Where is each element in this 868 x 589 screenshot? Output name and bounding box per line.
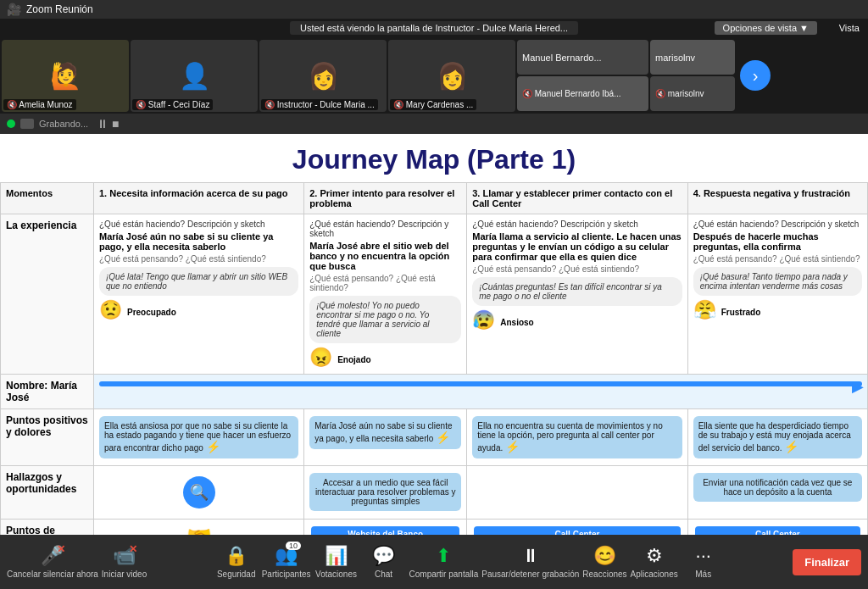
col-header-label: Momentos <box>1 183 94 214</box>
start-video-button[interactable]: 📹 ✕ Iniciar video <box>102 545 147 579</box>
puntos-col2: María José aún no sabe si su cliente ya … <box>304 409 467 466</box>
apps-label: Aplicaciones <box>631 570 678 579</box>
hallazgos-col4: Enviar una notificación cada vez que se … <box>687 466 867 520</box>
votaciones-icon: 📊 <box>325 545 348 567</box>
recording-pause-button[interactable]: ⏸ ■ <box>97 117 119 131</box>
puntos-pain-col3: Ella no encuentra su cuenta de movimient… <box>472 416 682 458</box>
contacto-box-col3: Call Center <box>474 526 680 535</box>
chat-button[interactable]: 💬 Chat <box>362 545 406 579</box>
experiencia-col2: ¿Qué están haciendo? Descripción y sketc… <box>304 214 467 375</box>
col2-emoji: 😠 <box>309 347 332 369</box>
more-button[interactable]: ··· Más <box>682 545 726 579</box>
row-experiencia: La experiencia ¿Qué están haciendo? Desc… <box>1 214 868 375</box>
handshake-icon: 🤝 <box>99 525 298 535</box>
participants-button[interactable]: 👥 10 Participantes <box>262 545 311 579</box>
apps-icon: ⚙ <box>646 545 663 567</box>
puntos-label: Puntos positivos y dolores <box>1 409 94 466</box>
vista-label: Vista <box>839 23 860 33</box>
votaciones-label: Votaciones <box>315 570 357 579</box>
row-nombre: Nombre: María José ▶ <box>1 375 868 409</box>
col3-emotion-label: Ansioso <box>500 318 533 327</box>
more-label: Más <box>695 570 711 579</box>
search-icon-circle: 🔍 <box>183 476 215 508</box>
participant-amelia[interactable]: 🙋 🔇 Amelia Munoz <box>2 40 129 112</box>
hallazgos-opportunity-col2: Accesar a un medio que sea fácil interac… <box>309 473 461 511</box>
journey-title: Journey Map (Parte 1) <box>0 134 868 182</box>
nombre-arrow-row: ▶ <box>94 375 868 409</box>
participant-manuel-bottom[interactable]: 🔇 Manuel Bernardo Ibá... <box>517 76 648 111</box>
col1-emotion-row: 😟 Preocupado <box>99 299 298 321</box>
finalize-button[interactable]: Finalizar <box>793 549 861 575</box>
pause-recording-button[interactable]: ⏸ Pausar/detener grabación <box>481 545 579 579</box>
col4-desc: ¿Qué están haciendo? Descripción y sketc… <box>693 219 862 229</box>
reactions-label: Reacciones <box>582 570 626 579</box>
puntos-col1-text: Ella está ansiosa por que no sabe si su … <box>104 421 291 453</box>
col3-bold: María llama a servicio al cliente. Le ha… <box>472 231 682 262</box>
puntos-col2-text: María José aún no sabe si su cliente ya … <box>314 421 452 443</box>
cancel-mute-button[interactable]: 🎤 ✕ Cancelar silenciar ahora <box>7 545 98 579</box>
experiencia-col4: ¿Qué están haciendo? Descripción y sketc… <box>687 214 867 375</box>
nombre-label: Nombre: María José <box>1 375 94 409</box>
col1-emotion-label: Preocupado <box>127 308 176 317</box>
col-header-2: 2. Primer intento para resolver el probl… <box>304 183 467 214</box>
recording-camera-icon <box>20 119 34 129</box>
col-header-3: 3. Llamar y establecer primer contacto c… <box>467 183 687 214</box>
toolbar-center: 🔒 Seguridad 👥 10 Participantes 📊 Votacio… <box>214 545 726 579</box>
col3-emoji: 😰 <box>472 309 495 331</box>
view-options-button[interactable]: Opciones de vista ▼ <box>715 21 817 35</box>
puntos-pain-col1: Ella está ansiosa por que no sabe si su … <box>99 416 298 458</box>
journey-table: Momentos 1. Necesita información acerca … <box>0 182 868 535</box>
puntos-pain-col4: Ella siente que ha desperdiciado tiempo … <box>693 416 862 458</box>
col1-emoji: 😟 <box>99 299 122 321</box>
col2-emotion-row: 😠 Enojado <box>309 347 461 369</box>
recording-indicator <box>7 119 15 128</box>
chat-label: Chat <box>375 570 392 579</box>
col4-emotion-row: 😤 Frustrado <box>693 299 862 321</box>
toolbar-right: Finalizar <box>793 549 861 575</box>
contacto-col2: Website del Banco <box>304 520 467 536</box>
reactions-icon: 😊 <box>593 545 616 567</box>
puntos-col4: Ella siente que ha desperdiciado tiempo … <box>687 409 867 466</box>
lightning-icon4: ⚡ <box>784 440 798 453</box>
participant-marisol-top[interactable]: marisolnv <box>650 40 735 75</box>
contacto-col4: Call Center <box>687 520 867 536</box>
title-bar: 🎥 Zoom Reunión <box>0 0 868 19</box>
participant-dulce[interactable]: 👩 🔇 Instructor - Dulce Maria ... <box>259 40 387 112</box>
lightning-icon: ⚡ <box>206 440 220 453</box>
pause-recording-icon: ⏸ <box>521 545 540 567</box>
col3-thought: ¡Cuántas preguntas! Es tan difícil encon… <box>472 277 682 306</box>
col2-emotion-label: Enojado <box>337 355 370 364</box>
col1-bold: María José aún no sabe si su cliente ya … <box>99 231 298 252</box>
participant-name: 🔇 Mary Cardenas ... <box>390 99 476 110</box>
participants-label: Participantes <box>262 570 311 579</box>
col2-thinking: ¿Qué está pensando? ¿Qué está sintiendo? <box>309 274 461 292</box>
col4-bold: Después de hacerle muchas preguntas, ell… <box>693 231 862 252</box>
security-label: Seguridad <box>217 570 256 579</box>
reactions-button[interactable]: 😊 Reacciones <box>582 545 626 579</box>
more-participants-button[interactable]: › <box>740 60 771 91</box>
start-video-label: Iniciar video <box>102 570 147 579</box>
security-icon: 🔒 <box>225 545 248 567</box>
participant-ceci[interactable]: 👤 🔇 Staff - Ceci Díaz <box>131 40 258 112</box>
participant-mary[interactable]: 👩 🔇 Mary Cardenas ... <box>388 40 515 112</box>
more-icon: ··· <box>696 545 711 567</box>
experiencia-col3: ¿Qué están haciendo? Descripción y sketc… <box>467 214 687 375</box>
participant-marisol-bottom[interactable]: 🔇 marisolnv <box>650 76 735 111</box>
apps-button[interactable]: ⚙ Aplicaciones <box>631 545 678 579</box>
participant-manuel-top[interactable]: Manuel Bernardo... <box>517 40 648 75</box>
col4-emoji: 😤 <box>693 299 716 321</box>
participants-bar: 🙋 🔇 Amelia Munoz 👤 🔇 Staff - Ceci Díaz 👩… <box>0 37 868 114</box>
security-button[interactable]: 🔒 Seguridad <box>214 545 259 579</box>
col2-bold: María José abre el sitio web del banco y… <box>309 241 461 271</box>
contacto-col1: 🤝 <box>94 520 304 536</box>
app-title: Zoom Reunión <box>26 3 93 15</box>
col-header-1: 1. Necesita información acerca de su pag… <box>94 183 304 214</box>
share-screen-button[interactable]: ⬆ Compartir pantalla <box>409 545 479 579</box>
col2-thought: ¡Qué molesto! Yo no puedo encontrar si m… <box>309 296 461 343</box>
votaciones-button[interactable]: 📊 Votaciones <box>314 545 359 579</box>
col1-desc: ¿Qué están haciendo? Descripción y sketc… <box>99 219 298 229</box>
toolbar-left: 🎤 ✕ Cancelar silenciar ahora 📹 ✕ Iniciar… <box>7 545 147 579</box>
pause-recording-label: Pausar/detener grabación <box>481 570 579 579</box>
contacto-box-col2: Website del Banco <box>311 526 459 535</box>
zoom-icon: 🎥 <box>7 3 21 16</box>
